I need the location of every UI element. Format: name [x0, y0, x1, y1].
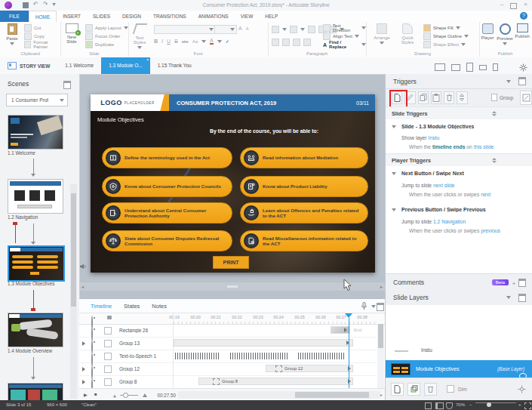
copy-button[interactable]: Copy	[24, 32, 45, 40]
paste-button[interactable]: Paste	[2, 23, 22, 45]
align-text-button[interactable]: Align Text	[323, 32, 359, 40]
objective-pill[interactable]: Read Miscellaneous information related t…	[240, 230, 368, 251]
slide-triggers-header[interactable]: Slide Triggers	[386, 106, 532, 120]
timeline-bar[interactable]: Group 12	[266, 365, 353, 372]
preview-button[interactable]: Preview	[497, 23, 513, 45]
grow-font-icon[interactable]: A	[238, 26, 242, 31]
arrange-button[interactable]: Arrange	[372, 23, 392, 45]
objective-pill[interactable]: Know about Consumer Protection Councils	[102, 176, 232, 197]
minimize-button[interactable]: –	[500, 1, 503, 9]
player-settings-gear-icon[interactable]	[519, 63, 527, 72]
objective-pill[interactable]: Define the terminology used in the Act	[102, 147, 232, 168]
timeline-dock-icon[interactable]	[377, 303, 384, 311]
timeline-menu-caret-icon[interactable]	[371, 305, 376, 308]
focus-order-button[interactable]: Focus Order	[85, 32, 120, 40]
tablet-landscape-icon[interactable]	[451, 64, 460, 71]
zoom-out-icon[interactable]: −	[469, 402, 472, 407]
scene-thumbnail-1-3[interactable]	[8, 245, 65, 282]
layer-module-objectives-selected[interactable]: Module Objectives (Base Layer)	[386, 360, 532, 378]
expand-icon[interactable]	[82, 367, 85, 371]
new-layer-button[interactable]	[391, 383, 404, 396]
tab-animations[interactable]: ANIMATIONS	[192, 11, 235, 22]
font-size-select[interactable]	[214, 25, 237, 34]
audio-speaker-icon[interactable]	[80, 264, 87, 270]
bullet-list-icon[interactable]	[272, 26, 279, 33]
format-painter-button[interactable]: Format Painter	[24, 41, 60, 48]
filter-icon[interactable]	[446, 402, 453, 409]
timeline-row-group-8[interactable]: Group 8 Group 8	[79, 375, 377, 389]
delete-layer-button[interactable]	[424, 383, 437, 396]
restore-button[interactable]	[510, 3, 517, 9]
align-center-icon[interactable]	[282, 39, 290, 46]
shrink-font-icon[interactable]: A	[246, 26, 249, 31]
timeline-horizontal-scrollbar[interactable]	[178, 391, 380, 399]
paste-trigger-button[interactable]	[431, 91, 441, 104]
dim-checkbox[interactable]	[447, 385, 454, 393]
expand-icon[interactable]	[82, 341, 85, 346]
text-direction-button[interactable]: Text Direction	[323, 24, 366, 32]
previous-link[interactable]: previous	[481, 228, 500, 233]
new-slide-button[interactable]: + New Slide	[62, 23, 81, 44]
slide-layers-menu-caret-icon[interactable]	[506, 296, 511, 299]
objective-pill[interactable]: State about Consumer Disputes Redressal …	[102, 230, 232, 251]
italic-button[interactable]: I	[161, 39, 163, 44]
zoom-in-timeline-icon[interactable]	[143, 393, 147, 397]
trigger-group-collapse-icon[interactable]	[392, 172, 396, 175]
clear-format-button[interactable]: abc	[182, 39, 189, 44]
zoom-slider[interactable]	[475, 402, 516, 403]
tab-design[interactable]: DESIGN	[116, 11, 147, 22]
tab-view[interactable]: VIEW	[235, 11, 260, 22]
stop-button[interactable]: ■	[94, 392, 97, 396]
slide-canvas[interactable]: LOGO PLACEHOLDER CONSUMER PROTECTION ACT…	[91, 94, 375, 273]
close-tab-icon[interactable]: ×	[146, 57, 149, 63]
underline-button[interactable]: U	[167, 39, 171, 44]
tab-slides[interactable]: SLIDES	[87, 11, 116, 22]
zoom-in-icon[interactable]: +	[518, 402, 521, 407]
lock-checkbox[interactable]	[104, 365, 112, 373]
quick-styles-button[interactable]: Quick Styles	[396, 23, 419, 45]
duplicate-button[interactable]: Duplicate	[85, 41, 114, 48]
lock-checkbox[interactable]	[104, 340, 112, 347]
story-view-button[interactable]: STORY VIEW	[0, 62, 57, 69]
timeline-bar[interactable]	[174, 339, 353, 347]
trigger-group-collapse-icon[interactable]	[392, 208, 396, 211]
player-button[interactable]: Player	[479, 23, 496, 40]
lock-checkbox[interactable]	[104, 327, 112, 334]
scenes-panel-dock-icon[interactable]	[63, 81, 71, 89]
record-narration-mic-icon[interactable]	[361, 302, 367, 310]
scene-selector[interactable]: 1 Consumer Prot	[6, 94, 68, 106]
playhead-line[interactable]	[349, 318, 349, 388]
align-left-icon[interactable]	[272, 39, 279, 46]
scroll-right-icon[interactable]: ▸	[380, 392, 383, 397]
desktop-preview-icon[interactable]	[435, 63, 445, 71]
tab-notes[interactable]: Notes	[152, 303, 167, 310]
close-button[interactable]: ×	[524, 1, 527, 9]
shape-effect-button[interactable]: Shape Effect	[423, 41, 466, 48]
objective-pill[interactable]: Know about Product Liability	[240, 176, 368, 197]
tab-1-15-thank-you[interactable]: 1.15 Thank You	[150, 57, 199, 74]
fit-to-window-icon[interactable]	[524, 402, 531, 409]
publish-button[interactable]: Publish	[514, 23, 530, 39]
objective-pill[interactable]: Learn about Offences and Penalties relat…	[240, 202, 368, 223]
timeline-row-group-12[interactable]: Group 12 Group 12	[79, 362, 377, 376]
triggers-dock-icon[interactable]	[518, 77, 526, 85]
help-icon[interactable]: ?	[520, 12, 527, 20]
scroll-right-icon[interactable]: ▸	[380, 284, 383, 289]
timeline-row-rectangle-26[interactable]: Rectangle 26 End	[79, 324, 377, 338]
timeline-row-group-13[interactable]: Group 13	[79, 337, 377, 350]
tab-transitions[interactable]: TRANSITIONS	[147, 11, 192, 22]
font-name-select[interactable]	[154, 25, 216, 34]
bold-button[interactable]: B	[154, 39, 158, 44]
canvas-horizontal-scrollbar[interactable]: ◂ ▸	[79, 282, 385, 291]
trigger-wizard-button[interactable]	[520, 91, 532, 105]
comments-dock-icon[interactable]	[518, 279, 526, 287]
expand-icon[interactable]	[82, 380, 85, 384]
reorder-trigger-button[interactable]	[457, 91, 467, 104]
next-slide-link[interactable]: next slide	[433, 183, 455, 188]
cut-button[interactable]: Cut	[24, 24, 41, 32]
print-button[interactable]: PRINT	[213, 256, 249, 269]
timeline-vertical-scrollbar[interactable]	[377, 324, 384, 388]
trigger-action[interactable]: Jump to slide 1.2 Navigation	[401, 219, 466, 224]
delete-trigger-button[interactable]	[444, 91, 454, 104]
tab-help[interactable]: HELP	[259, 11, 284, 22]
